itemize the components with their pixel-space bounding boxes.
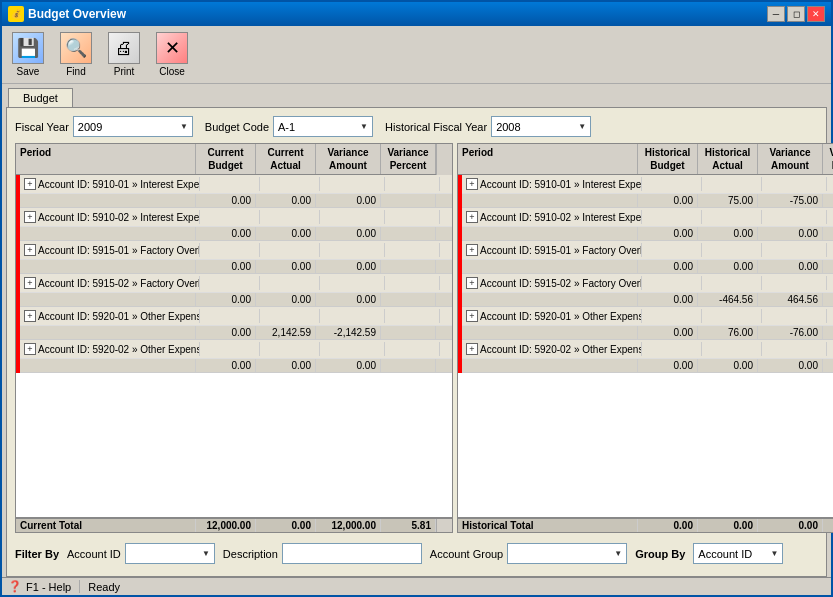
window-title: Budget Overview xyxy=(28,7,126,21)
col-hist-budget: HistoricalBudget xyxy=(638,144,698,174)
find-button[interactable]: 🔍 Find xyxy=(56,30,96,79)
expand-button[interactable]: + xyxy=(466,244,478,256)
help-label: F1 - Help xyxy=(26,581,71,593)
budget-code-arrow: ▼ xyxy=(360,122,368,131)
row-label: + Account ID: 5910-01 » Interest Expense… xyxy=(462,177,642,191)
account-group-arrow: ▼ xyxy=(614,549,622,558)
print-button[interactable]: 🖨 Print xyxy=(104,30,144,79)
tab-strip: Budget xyxy=(2,84,831,107)
table-row: + Account ID: 5915-02 » Factory Overhead… xyxy=(16,274,452,307)
print-icon: 🖨 xyxy=(108,32,140,64)
left-table-body[interactable]: + Account ID: 5910-01 » Interest Expense… xyxy=(16,175,452,517)
save-button[interactable]: 💾 Save xyxy=(8,30,48,79)
expand-button[interactable]: + xyxy=(24,244,36,256)
left-table-panel: Period CurrentBudget CurrentActual Varia… xyxy=(15,143,453,533)
expand-button[interactable]: + xyxy=(466,343,478,355)
tab-budget[interactable]: Budget xyxy=(8,88,73,107)
expand-button[interactable]: + xyxy=(24,310,36,322)
row-label: + Account ID: 5915-02 » Factory Overhead… xyxy=(462,276,642,290)
group-by-label: Group By xyxy=(635,548,685,560)
table-row: + Account ID: 5920-01 » Other Expense-Co… xyxy=(16,307,452,340)
group-by-combo[interactable]: Account ID ▼ xyxy=(693,543,783,564)
expand-button[interactable]: + xyxy=(24,211,36,223)
col-variance-amount-right: VarianceAmount xyxy=(758,144,823,174)
hist-fiscal-year-arrow: ▼ xyxy=(578,122,586,131)
expand-button[interactable]: + xyxy=(24,343,36,355)
account-id-combo[interactable]: ▼ xyxy=(125,543,215,564)
status-help: ❓ F1 - Help xyxy=(8,580,80,593)
col-variance-percent-right: VariancePercent xyxy=(823,144,833,174)
expand-button[interactable]: + xyxy=(466,277,478,289)
status-bar: ❓ F1 - Help Ready xyxy=(2,577,831,595)
f1-icon: ❓ xyxy=(8,580,22,593)
toolbar: 💾 Save 🔍 Find 🖨 Print ✕ Close xyxy=(2,26,831,84)
fiscal-year-arrow: ▼ xyxy=(180,122,188,131)
table-row: + Account ID: 5920-02 » Other Expense-Op… xyxy=(458,340,833,373)
row-label: + Account ID: 5920-01 » Other Expense-Co… xyxy=(20,309,200,323)
description-input[interactable] xyxy=(282,543,422,564)
row-label: + Account ID: 5910-01 » Interest Expense… xyxy=(20,177,200,191)
fiscal-year-label: Fiscal Year xyxy=(15,121,69,133)
row-label: + Account ID: 5920-01 » Other Expense-Co… xyxy=(462,309,642,323)
col-period-right: Period xyxy=(458,144,638,174)
row-label: + Account ID: 5915-02 » Factory Overhead… xyxy=(20,276,200,290)
find-icon: 🔍 xyxy=(60,32,92,64)
right-total-row: Historical Total 0.00 0.00 0.00 0.00 xyxy=(458,517,833,532)
account-id-label: Account ID xyxy=(67,548,121,560)
row-label: + Account ID: 5910-02 » Interest Expense… xyxy=(462,210,642,224)
table-row: + Account ID: 5915-01 » Factory Overhead… xyxy=(16,241,452,274)
close-toolbar-button[interactable]: ✕ Close xyxy=(152,30,192,79)
table-row: + Account ID: 5910-02 » Interest Expense… xyxy=(458,208,833,241)
group-by-arrow: ▼ xyxy=(770,549,778,558)
expand-button[interactable]: + xyxy=(466,211,478,223)
table-row: + Account ID: 5910-01 » Interest Expense… xyxy=(458,175,833,208)
left-total-row: Current Total 12,000.00 0.00 12,000.00 5… xyxy=(16,517,452,532)
row-label: + Account ID: 5920-02 » Other Expense-Op… xyxy=(462,342,642,356)
col-variance-amount-left: VarianceAmount xyxy=(316,144,381,174)
close-button[interactable]: ✕ xyxy=(807,6,825,22)
expand-button[interactable]: + xyxy=(466,178,478,190)
right-table-panel: Period HistoricalBudget HistoricalActual… xyxy=(457,143,833,533)
row-label: + Account ID: 5915-01 » Factory Overhead… xyxy=(462,243,642,257)
table-row: + Account ID: 5920-02 » Other Expense-Op… xyxy=(16,340,452,373)
col-period-left: Period xyxy=(16,144,196,174)
col-variance-percent-left: VariancePercent xyxy=(381,144,436,174)
table-row: + Account ID: 5920-01 » Other Expense-Co… xyxy=(458,307,833,340)
hist-fiscal-year-label: Historical Fiscal Year xyxy=(385,121,487,133)
current-total-label: Current Total xyxy=(16,519,196,532)
table-row: + Account ID: 5915-01 » Factory Overhead… xyxy=(458,241,833,274)
table-row: + Account ID: 5910-01 » Interest Expense… xyxy=(16,175,452,208)
hist-total-label: Historical Total xyxy=(458,519,638,532)
col-current-budget: CurrentBudget xyxy=(196,144,256,174)
left-table-header: Period CurrentBudget CurrentActual Varia… xyxy=(16,144,436,175)
table-row: + Account ID: 5910-02 » Interest Expense… xyxy=(16,208,452,241)
account-group-combo[interactable]: ▼ xyxy=(507,543,627,564)
col-current-actual: CurrentActual xyxy=(256,144,316,174)
row-label: + Account ID: 5915-01 » Factory Overhead… xyxy=(20,243,200,257)
minimize-button[interactable]: ─ xyxy=(767,6,785,22)
description-label: Description xyxy=(223,548,278,560)
budget-code-combo[interactable]: A-1 ▼ xyxy=(273,116,373,137)
row-label: + Account ID: 5920-02 » Other Expense-Op… xyxy=(20,342,200,356)
hist-fiscal-year-combo[interactable]: 2008 ▼ xyxy=(491,116,591,137)
tables-area: Period CurrentBudget CurrentActual Varia… xyxy=(15,143,818,533)
account-id-arrow: ▼ xyxy=(202,549,210,558)
ready-status: Ready xyxy=(88,581,120,593)
right-table-body[interactable]: + Account ID: 5910-01 » Interest Expense… xyxy=(458,175,833,517)
header-filter-row: Fiscal Year 2009 ▼ Budget Code A-1 ▼ His… xyxy=(15,116,818,137)
table-row: + Account ID: 5915-02 » Factory Overhead… xyxy=(458,274,833,307)
bottom-filter-bar: Filter By Account ID ▼ Description Accou… xyxy=(15,539,818,568)
account-group-label: Account Group xyxy=(430,548,503,560)
save-icon: 💾 xyxy=(12,32,44,64)
fiscal-year-combo[interactable]: 2009 ▼ xyxy=(73,116,193,137)
budget-code-label: Budget Code xyxy=(205,121,269,133)
main-content: Fiscal Year 2009 ▼ Budget Code A-1 ▼ His… xyxy=(6,107,827,577)
close-icon: ✕ xyxy=(156,32,188,64)
filter-by-label: Filter By xyxy=(15,548,59,560)
expand-button[interactable]: + xyxy=(466,310,478,322)
expand-button[interactable]: + xyxy=(24,277,36,289)
restore-button[interactable]: ◻ xyxy=(787,6,805,22)
expand-button[interactable]: + xyxy=(24,178,36,190)
title-bar: 💰 Budget Overview ─ ◻ ✕ xyxy=(2,2,831,26)
app-icon: 💰 xyxy=(8,6,24,22)
